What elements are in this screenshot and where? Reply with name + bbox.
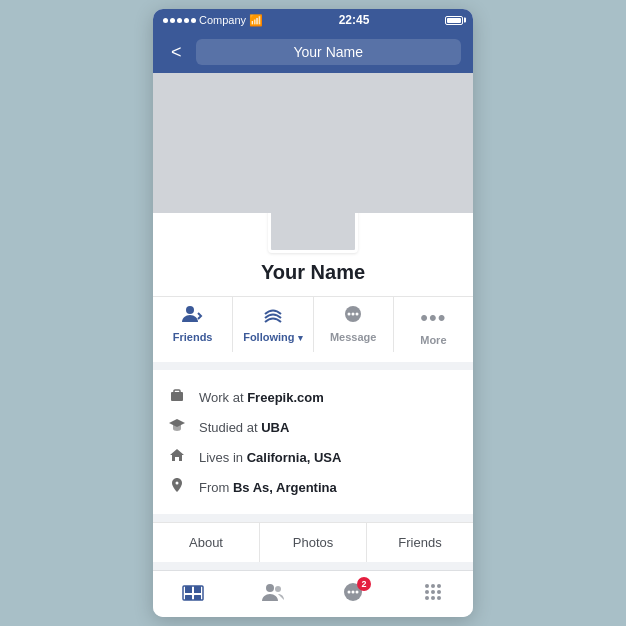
following-icon — [262, 305, 284, 328]
wifi-icon: 📶 — [249, 14, 263, 27]
more-button[interactable]: ••• More — [394, 297, 473, 352]
home-icon — [169, 447, 189, 467]
svg-rect-15 — [185, 595, 192, 600]
status-bar: Company 📶 22:45 — [153, 9, 473, 31]
svg-point-28 — [437, 590, 441, 594]
phone-frame: Company 📶 22:45 < Your Name Your Name — [153, 9, 473, 617]
svg-point-3 — [352, 313, 355, 316]
bottom-friends[interactable] — [233, 571, 313, 617]
following-button[interactable]: Following ▾ — [233, 297, 313, 352]
status-left: Company 📶 — [163, 14, 263, 27]
svg-rect-9 — [175, 457, 179, 461]
svg-point-29 — [425, 596, 429, 600]
svg-rect-14 — [194, 586, 201, 593]
back-button[interactable]: < — [165, 40, 188, 65]
svg-point-30 — [431, 596, 435, 600]
info-studied: Studied at UBA — [169, 412, 457, 442]
profile-tabs: About Photos Friends — [153, 522, 473, 562]
work-text: Work at Freepik.com — [199, 390, 324, 405]
nav-title: Your Name — [196, 39, 461, 65]
svg-point-24 — [431, 584, 435, 588]
svg-point-4 — [356, 313, 359, 316]
info-lives: Lives in California, USA — [169, 442, 457, 472]
info-work: Work at Freepik.com — [169, 382, 457, 412]
bottom-nav: 2 — [153, 570, 473, 617]
svg-rect-16 — [194, 595, 201, 600]
svg-point-20 — [348, 591, 351, 594]
tab-photos[interactable]: Photos — [260, 523, 367, 562]
following-label: Following ▾ — [243, 331, 302, 343]
more-label: More — [420, 334, 446, 346]
bottom-menu[interactable] — [393, 571, 473, 617]
svg-rect-6 — [174, 390, 180, 393]
notification-badge: 2 — [357, 577, 371, 591]
bottom-notifications[interactable]: 2 — [313, 571, 393, 617]
studied-text: Studied at UBA — [199, 420, 289, 435]
svg-point-11 — [176, 482, 179, 485]
friends-nav-icon — [261, 582, 285, 606]
bottom-home[interactable] — [153, 571, 233, 617]
menu-nav-icon — [422, 581, 444, 607]
lives-text: Lives in California, USA — [199, 450, 341, 465]
message-button[interactable]: Message — [314, 297, 394, 352]
cover-photo — [153, 73, 473, 213]
info-section: Work at Freepik.com Studied at UBA Lives… — [153, 370, 473, 514]
message-label: Message — [330, 331, 376, 343]
svg-point-2 — [348, 313, 351, 316]
message-icon — [342, 305, 364, 328]
svg-point-17 — [266, 584, 274, 592]
nav-bar: < Your Name — [153, 31, 473, 73]
work-icon — [169, 387, 189, 407]
svg-point-26 — [425, 590, 429, 594]
action-bar: Friends Following ▾ — [153, 296, 473, 352]
info-from: From Bs As, Argentina — [169, 472, 457, 502]
svg-point-22 — [356, 591, 359, 594]
svg-point-23 — [425, 584, 429, 588]
svg-point-31 — [437, 596, 441, 600]
friends-label: Friends — [173, 331, 213, 343]
svg-point-18 — [275, 586, 281, 592]
tab-about[interactable]: About — [153, 523, 260, 562]
svg-point-25 — [437, 584, 441, 588]
profile-name: Your Name — [261, 261, 365, 284]
svg-point-0 — [186, 306, 194, 314]
svg-point-21 — [352, 591, 355, 594]
more-icon: ••• — [420, 305, 446, 331]
status-right — [445, 16, 463, 25]
carrier-label: Company — [199, 14, 246, 26]
tab-friends[interactable]: Friends — [367, 523, 473, 562]
battery-fill — [447, 18, 461, 23]
battery-icon — [445, 16, 463, 25]
profile-section: Your Name Friends — [153, 213, 473, 362]
from-text: From Bs As, Argentina — [199, 480, 337, 495]
friends-button[interactable]: Friends — [153, 297, 233, 352]
signal-dots — [163, 18, 196, 23]
study-icon — [169, 417, 189, 437]
friends-icon — [182, 305, 204, 328]
svg-rect-13 — [185, 586, 192, 593]
home-nav-icon — [182, 582, 204, 606]
svg-point-27 — [431, 590, 435, 594]
status-time: 22:45 — [339, 13, 370, 27]
location-icon — [169, 477, 189, 497]
